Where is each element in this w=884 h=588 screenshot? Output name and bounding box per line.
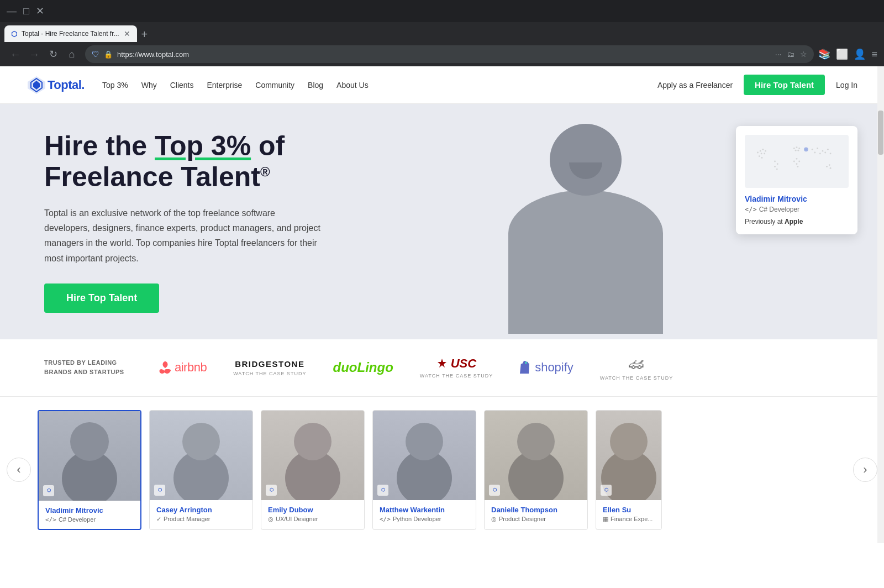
- profile-card: Vladimir Mitrovic </> C# Developer Previ…: [736, 126, 857, 234]
- design-icon-3: ◎: [268, 516, 273, 523]
- brand-duolingo[interactable]: duoLingo: [333, 360, 393, 375]
- freelancer-role-5: ◎ Product Designer: [491, 516, 581, 523]
- window-controls: — □ ✕: [7, 5, 44, 17]
- freelancer-card-1[interactable]: ⬡ Vladimir Mitrovic </> C# Developer: [38, 410, 141, 530]
- svg-point-26: [824, 152, 826, 154]
- svg-point-37: [805, 149, 807, 151]
- page-wrapper: Toptal. Top 3% Why Clients Enterprise Co…: [0, 66, 884, 543]
- freelancer-card-5[interactable]: ⬡ Danielle Thompson ◎ Product Designer: [484, 410, 588, 530]
- reload-button[interactable]: ↻: [44, 45, 62, 63]
- hire-top-talent-button[interactable]: Hire Top Talent: [744, 75, 825, 95]
- apply-freelancer-link[interactable]: Apply as a Freelancer: [657, 81, 733, 90]
- reading-mode-icon[interactable]: ⬜: [836, 48, 848, 60]
- prev-company: Apple: [785, 218, 803, 225]
- login-link[interactable]: Log In: [836, 81, 857, 90]
- navbar: Toptal. Top 3% Why Clients Enterprise Co…: [0, 66, 884, 104]
- hero-title: Hire the Top 3% of Freelance Talent®: [44, 130, 320, 192]
- profile-icon[interactable]: 👤: [854, 48, 866, 60]
- brand-airbnb[interactable]: airbnb: [159, 360, 207, 375]
- nav-link-community[interactable]: Community: [255, 81, 294, 90]
- freelancer-card-2[interactable]: ⬡ Casey Arrington ✓ Product Manager: [149, 410, 253, 530]
- toptal-watermark-4: ⬡: [377, 485, 388, 496]
- profile-map: [745, 135, 849, 188]
- bridgestone-case-study[interactable]: WATCH THE CASE STUDY: [233, 371, 306, 376]
- nav-links: Top 3% Why Clients Enterprise Community …: [102, 81, 640, 90]
- svg-point-23: [822, 150, 824, 152]
- tab-title: Toptal - Hire Freelance Talent fr...: [22, 30, 119, 38]
- hero-person-image: [481, 113, 691, 339]
- home-button[interactable]: ⌂: [63, 45, 81, 63]
- world-map-svg: [745, 135, 849, 188]
- forward-button[interactable]: →: [25, 45, 43, 63]
- hero-title-highlight: Top 3%: [155, 130, 251, 161]
- freelancer-info-6: Ellen Su ▦ Finance Expe...: [596, 500, 661, 528]
- design-icon-5: ◎: [491, 516, 497, 523]
- close-icon[interactable]: ✕: [36, 5, 44, 17]
- scrollbar-track[interactable]: [877, 66, 884, 543]
- bookmark-icon[interactable]: ☆: [800, 50, 807, 59]
- nav-link-blog[interactable]: Blog: [308, 81, 323, 90]
- toptal-watermark-2: ⬡: [154, 485, 165, 496]
- hero-cta-button[interactable]: Hire Top Talent: [44, 284, 159, 313]
- library-icon[interactable]: 📚: [818, 48, 830, 60]
- back-button[interactable]: ←: [7, 45, 24, 63]
- freelancer-info-2: Casey Arrington ✓ Product Manager: [150, 500, 252, 528]
- nav-link-enterprise[interactable]: Enterprise: [207, 81, 242, 90]
- usc-case-study[interactable]: WATCH THE CASE STUDY: [420, 373, 493, 379]
- logo[interactable]: Toptal.: [27, 75, 85, 95]
- brand-shopify[interactable]: shopify: [519, 360, 573, 375]
- freelancer-role-4: </> Python Developer: [380, 516, 469, 523]
- freelancer-role-6: ▦ Finance Expe...: [603, 516, 655, 523]
- url-bar[interactable]: 🛡 🔒 https://www.toptal.com ··· 🗂 ☆: [85, 45, 814, 63]
- freelancers-section: ‹ ⬡ Vladimir Mitrovic </> C# Developer: [0, 397, 884, 543]
- svg-point-29: [826, 166, 828, 167]
- hero-title-line1: Hire the Top 3% of: [44, 130, 320, 161]
- nav-link-clients[interactable]: Clients: [170, 81, 194, 90]
- freelancer-card-4[interactable]: ⬡ Matthew Warkentin </> Python Developer: [372, 410, 476, 530]
- nav-link-top3[interactable]: Top 3%: [102, 81, 128, 90]
- bridgestone-logo: BRIDGESTONE: [235, 359, 304, 369]
- trusted-label-line2: BRANDS AND STARTUPS: [44, 368, 133, 377]
- tab-bar: ⬡ Toptal - Hire Freelance Talent fr... ✕…: [0, 22, 884, 42]
- svg-point-9: [759, 155, 760, 157]
- freelancer-photo-5: ⬡: [485, 411, 587, 500]
- freelancer-card-6[interactable]: ⬡ Ellen Su ▦ Finance Expe...: [596, 410, 662, 530]
- pocket-icon[interactable]: 🗂: [787, 50, 794, 59]
- freelancer-card-3[interactable]: ⬡ Emily Dubow ◎ UX/UI Designer: [261, 410, 365, 530]
- logo-icon: [27, 75, 46, 95]
- trusted-label-line1: TRUSTED BY LEADING: [44, 358, 133, 368]
- menu-icon[interactable]: ≡: [871, 49, 877, 60]
- lock-icon: 🔒: [104, 50, 113, 59]
- car-case-study[interactable]: WATCH THE CASE STUDY: [600, 375, 673, 381]
- nav-link-why[interactable]: Why: [141, 81, 157, 90]
- maximize-icon[interactable]: □: [23, 6, 29, 17]
- brand-bridgestone[interactable]: BRIDGESTONE WATCH THE CASE STUDY: [233, 359, 306, 376]
- freelancer-name-6: Ellen Su: [603, 506, 655, 514]
- carousel-prev-button[interactable]: ‹: [7, 458, 31, 482]
- freelancer-name-4: Matthew Warkentin: [380, 506, 469, 514]
- freelancer-name-2: Casey Arrington: [156, 506, 246, 514]
- toptal-watermark-6: ⬡: [601, 485, 612, 496]
- freelancer-info-1: Vladimir Mitrovic </> C# Developer: [39, 501, 140, 529]
- profile-role-text: C# Developer: [759, 206, 799, 213]
- brand-car[interactable]: 🏎 WATCH THE CASE STUDY: [600, 355, 673, 381]
- svg-point-31: [830, 167, 832, 169]
- code-icon-4: </>: [380, 516, 391, 523]
- person-body: [508, 190, 663, 334]
- new-tab-button[interactable]: +: [137, 28, 152, 41]
- usc-logo: USC: [436, 356, 476, 371]
- brand-usc[interactable]: USC WATCH THE CASE STUDY: [420, 356, 493, 379]
- url-actions: ··· 🗂 ☆: [775, 50, 808, 59]
- svg-point-16: [796, 158, 798, 160]
- tab-close-icon[interactable]: ✕: [124, 29, 130, 38]
- carousel-next-button[interactable]: ›: [853, 458, 877, 482]
- svg-point-34: [774, 166, 776, 167]
- minimize-icon[interactable]: —: [7, 6, 17, 17]
- nav-link-about[interactable]: About Us: [336, 81, 369, 90]
- scrollbar-thumb[interactable]: [878, 111, 883, 155]
- svg-point-27: [827, 149, 829, 150]
- profile-role: </> C# Developer: [745, 206, 849, 213]
- url-more-icon[interactable]: ···: [775, 50, 782, 59]
- usc-text: USC: [451, 356, 476, 371]
- active-tab[interactable]: ⬡ Toptal - Hire Freelance Talent fr... ✕: [4, 25, 137, 42]
